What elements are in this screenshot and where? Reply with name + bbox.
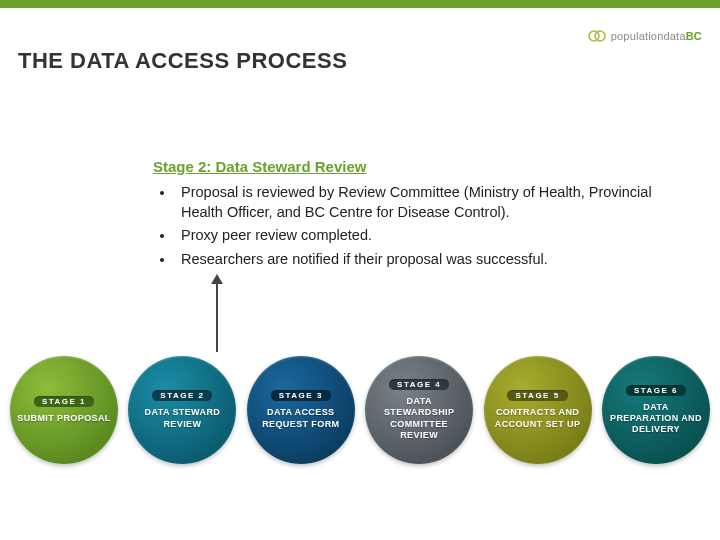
stage-tag: STAGE 3 (271, 390, 331, 401)
bullet-list: Proposal is reviewed by Review Committee… (153, 183, 683, 269)
stages-row: STAGE 1 SUBMIT PROPOSAL STAGE 2 DATA STE… (0, 350, 720, 470)
stage-tag: STAGE 1 (34, 396, 94, 407)
stage-1-circle: STAGE 1 SUBMIT PROPOSAL (10, 356, 118, 464)
callout-line (216, 278, 218, 352)
stage-label: DATA STEWARD REVIEW (132, 407, 232, 430)
stage-6-circle: STAGE 6 DATA PREPARATION AND DELIVERY (602, 356, 710, 464)
page-title: THE DATA ACCESS PROCESS (18, 48, 347, 74)
logo-icon (587, 26, 607, 46)
brand-name: populationdata (611, 30, 686, 42)
stage-label: DATA PREPARATION AND DELIVERY (606, 402, 706, 436)
stage-3-circle: STAGE 3 DATA ACCESS REQUEST FORM (247, 356, 355, 464)
stage-tag: STAGE 6 (626, 385, 686, 396)
stage-heading: Stage 2: Data Steward Review (153, 158, 683, 175)
bullet-item: Proposal is reviewed by Review Committee… (175, 183, 683, 222)
header-accent-bar (0, 0, 720, 8)
stage-detail-content: Stage 2: Data Steward Review Proposal is… (153, 158, 683, 273)
bullet-item: Researchers are notified if their propos… (175, 250, 683, 270)
stage-label: DATA ACCESS REQUEST FORM (251, 407, 351, 430)
stage-label: SUBMIT PROPOSAL (15, 413, 113, 424)
stage-5-circle: STAGE 5 CONTRACTS AND ACCOUNT SET UP (484, 356, 592, 464)
stage-label: DATA STEWARDSHIP COMMITTEE REVIEW (369, 396, 469, 441)
stage-2-circle: STAGE 2 DATA STEWARD REVIEW (128, 356, 236, 464)
stage-tag: STAGE 4 (389, 379, 449, 390)
bullet-item: Proxy peer review completed. (175, 226, 683, 246)
brand-logo: populationdataBC (587, 26, 702, 46)
stage-tag: STAGE 5 (507, 390, 567, 401)
stage-label: CONTRACTS AND ACCOUNT SET UP (488, 407, 588, 430)
stage-tag: STAGE 2 (152, 390, 212, 401)
brand-suffix: BC (686, 30, 702, 42)
svg-point-1 (595, 31, 605, 41)
stage-4-circle: STAGE 4 DATA STEWARDSHIP COMMITTEE REVIE… (365, 356, 473, 464)
